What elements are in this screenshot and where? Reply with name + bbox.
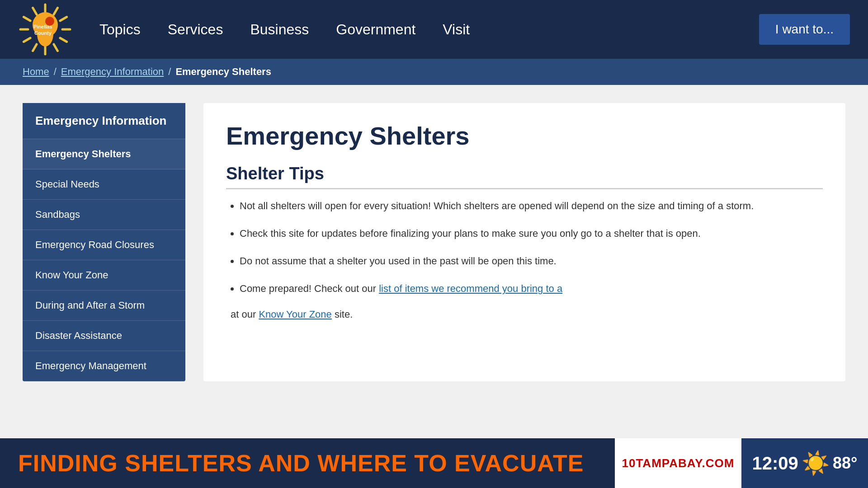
main-layout: Emergency Information Emergency Shelters… — [0, 85, 868, 399]
list-item: Not all shelters will open for every sit… — [240, 198, 823, 213]
bullet-text-3: Do not assume that a shelter you used in… — [240, 255, 557, 267]
news-ticker: FINDING SHELTERS AND WHERE TO EVACUATE — [0, 450, 615, 477]
svg-line-1 — [54, 8, 58, 14]
main-nav: Topics Services Business Government Visi… — [99, 21, 759, 38]
svg-line-7 — [33, 44, 37, 51]
sidebar-item-emergency-management[interactable]: Emergency Management — [23, 351, 185, 381]
breadcrumb-sep-1: / — [54, 66, 57, 78]
sidebar-item-during-after-storm[interactable]: During and After a Storm — [23, 291, 185, 321]
news-temperature: 88° — [833, 454, 857, 473]
site-header: Pinellas County Topics Services Business… — [0, 0, 868, 59]
breadcrumb: Home / Emergency Information / Emergency… — [0, 59, 868, 85]
news-weather-area: 12:09 ☀️ 88° — [741, 438, 868, 488]
shelter-items-link[interactable]: list of items we recommend you bring to … — [379, 283, 562, 294]
sun-weather-icon: ☀️ — [802, 450, 830, 476]
shelter-tips-list: Not all shelters will open for every sit… — [226, 198, 823, 296]
section-title: Shelter Tips — [226, 164, 823, 189]
nav-government[interactable]: Government — [336, 21, 415, 38]
breadcrumb-section[interactable]: Emergency Information — [61, 66, 164, 78]
svg-line-2 — [60, 17, 67, 21]
pinellas-logo: Pinellas County — [18, 2, 72, 56]
nav-topics[interactable]: Topics — [99, 21, 141, 38]
page-title: Emergency Shelters — [226, 121, 823, 150]
nav-services[interactable]: Services — [168, 21, 223, 38]
nav-business[interactable]: Business — [250, 21, 309, 38]
sidebar-item-emergency-shelters[interactable]: Emergency Shelters — [23, 139, 185, 169]
know-your-zone-link[interactable]: Know Your Zone — [259, 309, 331, 320]
bullet-text-2: Check this site for updates before final… — [240, 228, 701, 239]
news-logo-area: 10TAMPABAY.COM — [615, 438, 741, 488]
sidebar: Emergency Information Emergency Shelters… — [23, 103, 185, 381]
sidebar-item-road-closures[interactable]: Emergency Road Closures — [23, 230, 185, 260]
list-item: Check this site for updates before final… — [240, 226, 823, 241]
svg-line-11 — [33, 8, 37, 14]
i-want-button[interactable]: I want to... — [759, 14, 850, 45]
svg-line-8 — [24, 38, 30, 42]
bottom-paragraph: at our Know Your Zone site. — [226, 309, 823, 320]
svg-text:County: County — [34, 30, 52, 36]
bullet-text-4-prefix: Come prepared! Check out our — [240, 283, 379, 294]
breadcrumb-sep-2: / — [168, 66, 171, 78]
bottom-text-suffix: site. — [332, 309, 353, 320]
list-item: Come prepared! Check out our list of ite… — [240, 281, 823, 296]
news-banner: FINDING SHELTERS AND WHERE TO EVACUATE 1… — [0, 438, 868, 488]
list-item: Do not assume that a shelter you used in… — [240, 253, 823, 268]
bullet-text-1: Not all shelters will open for every sit… — [240, 200, 754, 211]
sidebar-item-special-needs[interactable]: Special Needs — [23, 169, 185, 200]
news-ticker-text: FINDING SHELTERS AND WHERE TO EVACUATE — [18, 450, 584, 476]
sidebar-item-know-your-zone[interactable]: Know Your Zone — [23, 260, 185, 291]
nav-visit[interactable]: Visit — [443, 21, 470, 38]
logo-area[interactable]: Pinellas County — [18, 2, 72, 56]
svg-text:Pinellas: Pinellas — [33, 24, 52, 29]
svg-line-10 — [24, 17, 30, 21]
content-area: Emergency Shelters Shelter Tips Not all … — [203, 103, 845, 381]
sidebar-title: Emergency Information — [23, 103, 185, 139]
breadcrumb-current: Emergency Shelters — [175, 66, 271, 78]
svg-line-5 — [54, 44, 58, 51]
news-logo-text: 10TAMPABAY.COM — [622, 456, 734, 470]
sidebar-item-sandbags[interactable]: Sandbags — [23, 200, 185, 230]
news-time: 12:09 — [752, 453, 798, 474]
svg-line-4 — [60, 38, 67, 42]
bottom-text-prefix: at our — [231, 309, 259, 320]
sidebar-item-disaster-assistance[interactable]: Disaster Assistance — [23, 321, 185, 351]
breadcrumb-home[interactable]: Home — [23, 66, 49, 78]
